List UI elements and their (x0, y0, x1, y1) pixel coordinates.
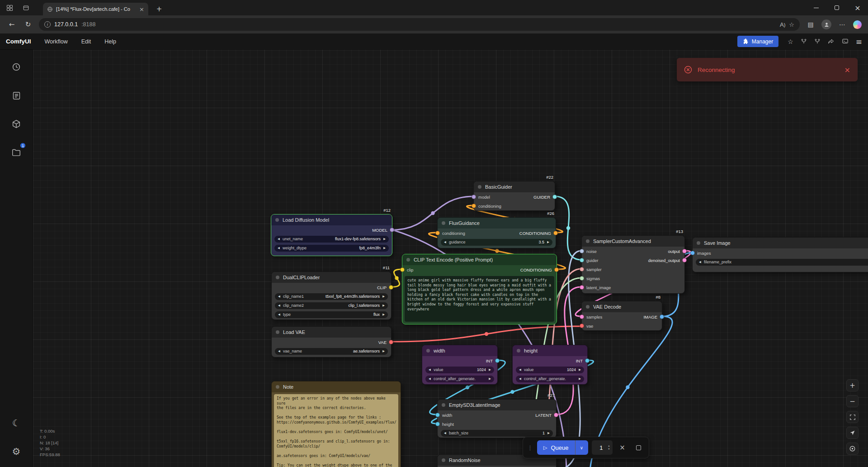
browser-tab[interactable]: [14%] *Flux-Dev[artech.cafe] - Co × (43, 3, 148, 15)
stop-queue-button[interactable] (632, 440, 645, 455)
model-library-button[interactable] (7, 115, 25, 133)
increment-arrow-icon[interactable]: ▶ (383, 237, 386, 241)
output-dot[interactable] (554, 413, 558, 417)
input-port[interactable]: noise (580, 249, 597, 254)
increment-arrow-icon[interactable]: ▶ (579, 377, 581, 381)
output-port[interactable]: IMAGE (643, 315, 664, 319)
tab-actions-icon[interactable] (19, 1, 33, 14)
read-aloud-icon[interactable]: A) (780, 21, 785, 28)
minimize-button[interactable] (806, 0, 826, 15)
star-icon[interactable]: ☆ (788, 38, 793, 45)
node-title-bar[interactable]: FluxGuidance (438, 218, 556, 229)
output-port[interactable]: VAE (378, 340, 393, 345)
output-port[interactable]: INT (576, 358, 590, 363)
input-dot[interactable] (435, 231, 440, 235)
input-dot[interactable] (580, 267, 584, 272)
output-port[interactable]: GUIDER (533, 195, 557, 200)
menu-edit[interactable]: Edit (81, 38, 91, 45)
decrement-arrow-icon[interactable]: ◀ (278, 246, 280, 250)
widget-filename-prefix[interactable]: ◀filename_prefix▶ (696, 259, 868, 266)
maximize-button[interactable] (826, 0, 847, 15)
input-port[interactable]: samples (580, 315, 602, 319)
node-text-area[interactable]: If you get an error in any of the nodes … (274, 394, 398, 467)
increment-arrow-icon[interactable]: ▶ (547, 240, 549, 244)
fork-icon[interactable] (801, 38, 807, 45)
profile-avatar[interactable] (821, 19, 831, 29)
collapse-dot-icon[interactable] (697, 241, 700, 245)
node-note[interactable]: NoteIf you get an error in any of the no… (271, 381, 401, 467)
refresh-button[interactable]: ↻ (23, 20, 33, 29)
decrement-arrow-icon[interactable]: ◀ (429, 377, 431, 381)
node-flux-guidance[interactable]: #26FluxGuidanceconditioningCONDITIONING◀… (437, 217, 556, 248)
collapse-dot-icon[interactable] (586, 305, 590, 309)
zoom-in-button[interactable]: + (846, 379, 859, 391)
input-port[interactable]: conditioning (435, 231, 465, 236)
site-info-icon[interactable]: i (44, 21, 51, 28)
collapse-dot-icon[interactable] (406, 258, 410, 262)
node-title-bar[interactable]: VAE Decode (582, 301, 662, 312)
increment-arrow-icon[interactable]: ▶ (579, 368, 581, 372)
collapse-dot-icon[interactable] (586, 239, 590, 243)
output-port[interactable]: CLIP (377, 285, 393, 290)
collapse-dot-icon[interactable] (478, 185, 481, 189)
widget-control-after-generate-[interactable]: ◀control_after_generate.▶ (425, 376, 494, 382)
node-empty-sd3-latent-image[interactable]: #27EmptySD3LatentImagewidthLATENTheight◀… (437, 399, 557, 438)
menu-workflow[interactable]: Workflow (45, 38, 68, 45)
decrement-arrow-icon[interactable]: ◀ (429, 368, 431, 372)
collapse-dot-icon[interactable] (442, 221, 445, 225)
fork-icon[interactable] (814, 38, 821, 45)
workflows-button[interactable]: 1 (7, 143, 25, 162)
node-title-bar[interactable]: BasicGuider (474, 181, 555, 192)
widget-clip-name2[interactable]: ◀clip_name2clip_l.safetensors▶ (275, 302, 388, 309)
widget-batch-size[interactable]: ◀batch_size1▶ (441, 430, 553, 437)
increment-arrow-icon[interactable]: ▶ (547, 431, 550, 435)
decrement-icon[interactable]: ▾ (608, 448, 609, 451)
collapse-dot-icon[interactable] (426, 349, 430, 353)
collapse-dot-icon[interactable] (442, 458, 445, 462)
output-port[interactable]: MODEL (372, 228, 394, 233)
node-text-area[interactable]: cute anime girl with massive fluffy fenn… (405, 276, 554, 322)
queue-button-sidebar[interactable] (7, 86, 25, 105)
input-port[interactable]: sigmas (580, 276, 600, 281)
input-port[interactable]: height (435, 422, 454, 427)
input-dot[interactable] (580, 315, 584, 319)
widget-vae-name[interactable]: ◀vae_nameae.safetensors▶ (275, 348, 388, 355)
widget-type[interactable]: ◀typeflux▶ (275, 311, 388, 318)
copilot-icon[interactable] (853, 20, 862, 29)
batch-count-input[interactable]: 1 ▴ ▾ (592, 440, 613, 455)
increment-arrow-icon[interactable]: ▶ (383, 246, 386, 250)
decrement-arrow-icon[interactable]: ◀ (278, 295, 280, 298)
input-port[interactable]: width (435, 413, 452, 418)
input-dot[interactable] (580, 324, 584, 328)
node-title-bar[interactable]: height (513, 345, 587, 356)
output-dot[interactable] (389, 340, 393, 344)
output-dot[interactable] (554, 267, 559, 272)
drag-handle-icon[interactable]: ⋮ (527, 444, 533, 451)
node-title-bar[interactable]: Load Diffusion Model (271, 214, 392, 225)
decrement-arrow-icon[interactable]: ◀ (278, 304, 280, 307)
settings-button[interactable]: ⚙ (7, 443, 25, 461)
collapse-dot-icon[interactable] (442, 403, 445, 407)
input-dot[interactable] (690, 251, 695, 255)
output-dot[interactable] (682, 258, 687, 262)
node-load-diffusion-model[interactable]: #12Load Diffusion ModelMODEL◀unet_namefl… (271, 214, 392, 256)
output-dot[interactable] (682, 249, 687, 253)
favorite-star-icon[interactable]: ☆ (789, 21, 794, 28)
input-port[interactable]: conditioning (472, 204, 501, 209)
node-title-bar[interactable]: SamplerCustomAdvanced (582, 236, 684, 247)
input-port[interactable]: latent_image (580, 285, 611, 290)
output-dot[interactable] (390, 228, 394, 232)
zoom-out-button[interactable]: − (846, 395, 859, 407)
increment-arrow-icon[interactable]: ▶ (382, 295, 385, 298)
node-height[interactable]: heightINT◀value1024▶◀control_after_gener… (512, 345, 588, 385)
increment-arrow-icon[interactable]: ▶ (382, 349, 385, 353)
widget-value[interactable]: ◀value1024▶ (516, 367, 584, 373)
widget-guidance[interactable]: ◀guidance3.5▶ (441, 239, 552, 246)
input-dot[interactable] (400, 267, 405, 272)
clear-queue-button[interactable]: × (616, 440, 629, 455)
input-dot[interactable] (472, 195, 476, 199)
hamburger-menu-icon[interactable]: ≡ (856, 37, 862, 46)
decrement-arrow-icon[interactable]: ◀ (444, 240, 446, 244)
input-port[interactable]: sampler (580, 267, 602, 272)
input-dot[interactable] (580, 249, 584, 253)
